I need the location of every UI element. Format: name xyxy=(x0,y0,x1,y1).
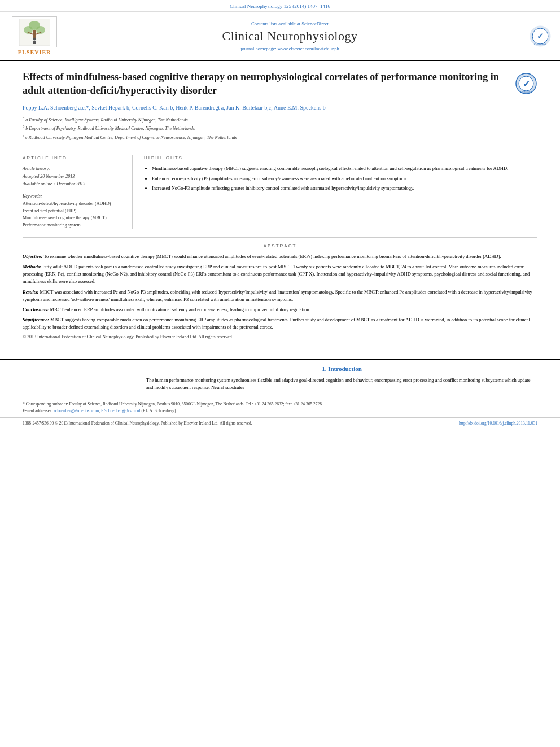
keywords-list: Attention-deficit/hyperactivity disorder… xyxy=(23,200,124,229)
article-history: Article history: Accepted 20 November 20… xyxy=(23,165,124,188)
keywords-label: Keywords: xyxy=(23,194,124,199)
affiliation-c: c c Radboud University Nijmegen Medical … xyxy=(23,133,537,141)
svg-text:CrossMark: CrossMark xyxy=(534,43,547,46)
svg-rect-4 xyxy=(33,30,36,38)
abstract-text: Objective: To examine whether mindfulnes… xyxy=(23,253,537,341)
crossmark-badge: ✓ CrossMark xyxy=(515,72,537,96)
highlight-1: Mindfulness-based cognitive therapy (MBC… xyxy=(152,165,537,172)
page-footer: 1388-2457/$36.00 © 2013 International Fe… xyxy=(0,417,560,429)
journal-header: ELSEVIER Contents lists available at Sci… xyxy=(0,12,560,61)
journal-citation: Clinical Neurophysiology 125 (2014) 1407… xyxy=(0,0,560,12)
highlights-list: Mindfulness-based cognitive therapy (MBC… xyxy=(144,165,537,192)
svg-text:✓: ✓ xyxy=(537,32,544,41)
divider xyxy=(23,148,537,148)
history-label: Article history: xyxy=(23,165,124,173)
highlights-col: HIGHLIGHTS Mindfulness-based cognitive t… xyxy=(144,155,537,229)
footer-issn: 1388-2457/$36.00 © 2013 International Fe… xyxy=(23,421,252,426)
abstract-section: ABSTRACT Objective: To examine whether m… xyxy=(23,237,537,341)
footer-doi-link[interactable]: http://dx.doi.org/10.1016/j.clinph.2013.… xyxy=(459,421,537,426)
citation-text: Clinical Neurophysiology 125 (2014) 1407… xyxy=(230,3,330,9)
intro-text: The human performance monitoring system … xyxy=(146,377,537,391)
elsevier-label: ELSEVIER xyxy=(18,49,51,55)
article-title-section: Effects of mindfulness-based cognitive t… xyxy=(23,70,537,98)
footnotes: * Corresponding author at: Faculty of Sc… xyxy=(0,397,560,417)
intro-left-spacer xyxy=(23,365,133,391)
article-info-col: ARTICLE INFO Article history: Accepted 2… xyxy=(23,155,133,229)
intro-heading: 1. Introduction xyxy=(146,365,537,372)
svg-text:CrossMark: CrossMark xyxy=(520,90,532,93)
introduction-section: 1. Introduction The human performance mo… xyxy=(0,360,560,391)
abstract-conclusions: Conclusions: MBCT enhanced ERP amplitude… xyxy=(23,306,537,313)
highlight-2: Enhanced error-positivity (Pe) amplitude… xyxy=(152,175,537,182)
keyword-2: Event-related potential (ERP) xyxy=(23,208,124,215)
abstract-methods: Methods: Fifty adult ADHD patients took … xyxy=(23,263,537,286)
info-highlights-section: ARTICLE INFO Article history: Accepted 2… xyxy=(23,155,537,229)
article-content: Effects of mindfulness-based cognitive t… xyxy=(0,61,560,353)
abstract-label: ABSTRACT xyxy=(23,243,537,248)
keyword-4: Performance monitoring system xyxy=(23,222,124,229)
accepted-date: Accepted 20 November 2013 xyxy=(23,173,124,181)
keyword-1: Attention-deficit/hyperactivity disorder… xyxy=(23,200,124,208)
highlights-label: HIGHLIGHTS xyxy=(144,155,537,160)
abstract-significance: Significance: MBCT suggests having compa… xyxy=(23,316,537,331)
elsevier-tree-icon xyxy=(19,19,50,46)
crossmark-icon: ✓ CrossMark xyxy=(530,25,551,47)
science-direct-link: Contents lists available at ScienceDirec… xyxy=(251,21,329,27)
abstract-copyright: © 2013 International Federation of Clini… xyxy=(23,334,537,340)
footnote-corresponding: * Corresponding author at: Faculty of Sc… xyxy=(23,401,537,408)
affiliations: a a Faculty of Science, Intelligent Syst… xyxy=(23,115,537,141)
svg-rect-8 xyxy=(33,41,36,44)
affiliation-a: a a Faculty of Science, Intelligent Syst… xyxy=(23,115,537,124)
available-date: Available online 7 December 2013 xyxy=(23,180,124,188)
journal-center: Contents lists available at ScienceDirec… xyxy=(60,21,520,51)
intro-right-col: 1. Introduction The human performance mo… xyxy=(146,365,537,391)
crossmark-logo: ✓ CrossMark xyxy=(520,25,551,47)
crossmark-badge-icon: ✓ CrossMark xyxy=(515,72,537,95)
elsevier-logo: ELSEVIER xyxy=(9,16,60,55)
footnote-email: E-mail addresses: schoenberg@scientist.c… xyxy=(23,408,537,414)
svg-point-7 xyxy=(33,37,36,40)
keyword-3: Mindfulness-based cognitive therapy (MBC… xyxy=(23,215,124,222)
elsevier-logo-box xyxy=(12,16,57,47)
journal-name: Clinical Neurophysiology xyxy=(222,29,358,43)
article-info-label: ARTICLE INFO xyxy=(23,155,124,160)
abstract-results: Results: MBCT was associated with increa… xyxy=(23,289,537,303)
abstract-objective: Objective: To examine whether mindfulnes… xyxy=(23,253,537,260)
affiliation-b: b b Department of Psychiatry, Radboud Un… xyxy=(23,124,537,132)
article-title: Effects of mindfulness-based cognitive t… xyxy=(23,70,508,98)
journal-homepage: journal homepage: www.elsevier.com/locat… xyxy=(240,46,339,51)
authors: Poppy L.A. Schoenberg a,c,*, Sevket Hepa… xyxy=(23,103,537,112)
svg-text:✓: ✓ xyxy=(523,79,530,89)
highlight-3: Increased NoGo-P3 amplitude reflecting g… xyxy=(152,185,537,192)
